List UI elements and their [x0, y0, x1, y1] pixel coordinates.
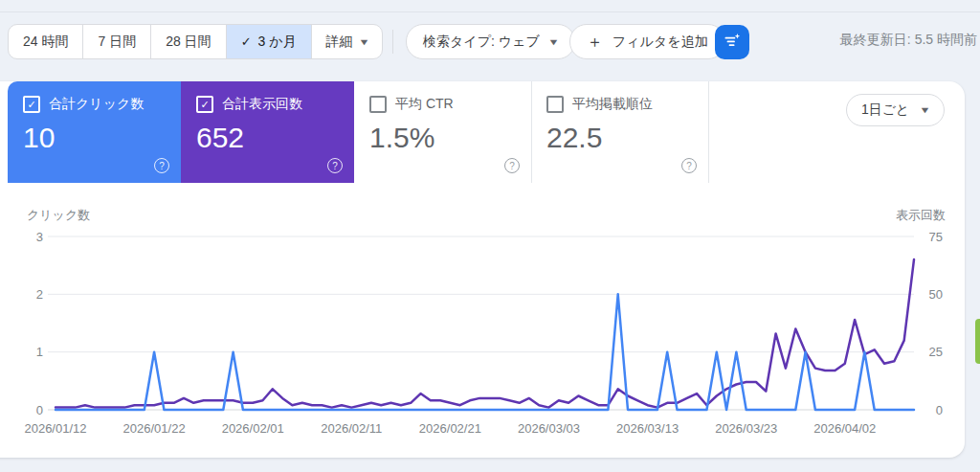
metric-label: 平均掲載順位: [572, 96, 653, 113]
checkbox-unchecked-icon[interactable]: [546, 96, 564, 113]
metric-value: 10: [23, 122, 166, 154]
plus-icon: ＋: [587, 31, 603, 53]
left-axis-tick: 2: [36, 287, 43, 302]
performance-chart[interactable]: 012302550752026/01/122026/01/222026/02/0…: [0, 191, 957, 445]
right-axis-tick: 25: [929, 345, 943, 359]
date-range-group: 24 時間 7 日間 28 日間 ✓ 3 か月 詳細 ▼: [8, 24, 383, 59]
smart-filter-button[interactable]: [715, 25, 749, 59]
left-axis-tick: 0: [36, 403, 43, 417]
checkbox-unchecked-icon[interactable]: [369, 96, 387, 113]
range-24h-label: 24 時間: [23, 34, 68, 51]
filter-sparkle-icon: [723, 32, 742, 54]
range-3mo-label: 3 か月: [258, 34, 297, 51]
range-7d-label: 7 日間: [98, 34, 136, 51]
x-axis-label: 2026/02/01: [222, 421, 284, 436]
add-filter-label: フィルタを追加: [612, 34, 708, 51]
right-axis-tick: 0: [936, 403, 943, 417]
feedback-edge-tab[interactable]: [975, 319, 980, 364]
x-axis-label: 2026/02/21: [419, 421, 481, 436]
range-28d[interactable]: 28 日間: [150, 25, 225, 58]
last-updated-text: 最終更新日: 5.5 時間前: [840, 32, 977, 49]
x-axis-label: 2026/01/22: [123, 421, 186, 436]
x-axis-label: 2026/01/12: [24, 421, 86, 436]
metric-tile-total-impressions[interactable]: ✓ 合計表示回数 652 ?: [181, 81, 354, 183]
checkbox-checked-icon[interactable]: ✓: [196, 96, 213, 113]
add-filter-button[interactable]: ＋ フィルタを追加: [569, 24, 725, 59]
range-custom-label: 詳細: [326, 34, 353, 51]
metric-label: 合計クリック数: [49, 96, 144, 113]
metric-value: 1.5%: [369, 122, 516, 154]
checkbox-checked-icon[interactable]: ✓: [23, 96, 40, 113]
chevron-down-icon: ▼: [547, 37, 559, 47]
range-3mo[interactable]: ✓ 3 か月: [226, 25, 311, 58]
chevron-down-icon: ▼: [920, 105, 931, 115]
toolbar-divider: [392, 30, 393, 54]
x-axis-label: 2026/02/11: [321, 421, 382, 436]
left-axis-tick: 3: [36, 230, 43, 244]
metric-value: 22.5: [546, 122, 693, 154]
range-24h[interactable]: 24 時間: [9, 25, 82, 58]
top-divider: [0, 11, 980, 12]
metric-tile-total-clicks[interactable]: ✓ 合計クリック数 10 ?: [8, 81, 181, 183]
help-icon[interactable]: ?: [504, 158, 520, 173]
search-console-performance-page: 24 時間 7 日間 28 日間 ✓ 3 か月 詳細 ▼ 検索タイプ: ウェブ …: [0, 0, 980, 472]
metric-label: 合計表示回数: [222, 96, 302, 113]
x-axis-label: 2026/03/03: [518, 421, 580, 436]
x-axis-label: 2026/03/13: [616, 421, 679, 436]
help-icon[interactable]: ?: [681, 158, 697, 173]
tile-separator: [531, 81, 532, 183]
metric-tile-average-position[interactable]: 平均掲載順位 22.5 ?: [531, 81, 708, 183]
metric-label: 平均 CTR: [395, 96, 454, 113]
range-7d[interactable]: 7 日間: [82, 25, 150, 58]
search-type-label: 検索タイプ: ウェブ: [423, 34, 540, 51]
x-axis-label: 2026/04/02: [813, 421, 876, 436]
tile-separator: [708, 81, 709, 183]
metric-tile-average-ctr[interactable]: 平均 CTR 1.5% ?: [354, 81, 531, 183]
metric-value: 652: [196, 122, 339, 154]
x-axis-label: 2026/03/23: [715, 421, 777, 436]
series-line-impressions: [56, 259, 914, 408]
right-axis-tick: 75: [929, 230, 943, 244]
right-axis-tick: 50: [929, 287, 943, 302]
search-type-button[interactable]: 検索タイプ: ウェブ ▼: [406, 24, 575, 59]
granularity-dropdown[interactable]: 1日ごと ▼: [846, 94, 945, 126]
help-icon[interactable]: ?: [154, 158, 169, 173]
chevron-down-icon: ▼: [358, 37, 369, 47]
range-28d-label: 28 日間: [166, 34, 211, 51]
check-icon: ✓: [241, 34, 252, 49]
range-custom[interactable]: 詳細 ▼: [311, 25, 383, 58]
help-icon[interactable]: ?: [327, 158, 343, 173]
left-axis-tick: 1: [36, 345, 43, 359]
granularity-label: 1日ごと: [861, 101, 909, 119]
